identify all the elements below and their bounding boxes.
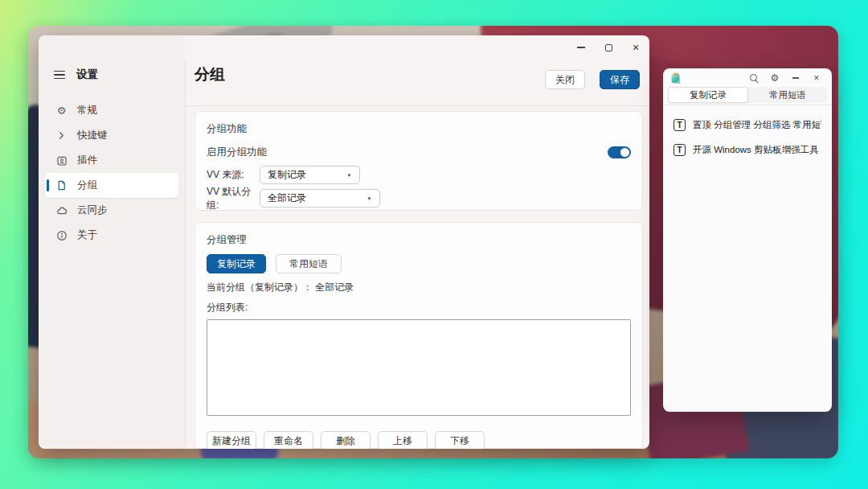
save-button[interactable]: 保存	[600, 70, 640, 89]
enable-groups-toggle[interactable]	[608, 146, 631, 158]
app-logo-icon	[672, 74, 680, 84]
sidebar-item-general[interactable]: ⚙ 常规	[45, 98, 178, 123]
tab-copy-records[interactable]: 复制记录	[207, 254, 266, 273]
rename-button[interactable]: 重命名	[264, 431, 313, 449]
plugin-icon	[55, 154, 68, 166]
gear-icon: ⚙	[55, 105, 68, 117]
group-type-tabs: 复制记录 常用短语	[207, 254, 631, 273]
minimize-icon	[792, 77, 799, 78]
delete-button[interactable]: 删除	[321, 431, 371, 449]
settings-window: × 设置 ⚙ 常规 快捷键 插件	[39, 35, 649, 449]
new-group-button[interactable]: 新建分组	[207, 431, 256, 449]
page-title: 分组	[194, 64, 225, 85]
cloud-icon	[55, 204, 68, 216]
window-controls: ×	[567, 35, 649, 60]
hamburger-menu-icon[interactable]	[54, 71, 65, 80]
card-title: 分组管理	[207, 233, 631, 247]
default-group-select-value: 全部记录	[268, 191, 306, 205]
file-icon	[55, 179, 68, 191]
close-button[interactable]: ×	[806, 68, 827, 88]
info-icon	[55, 229, 68, 241]
close-page-button[interactable]: 关闭	[545, 70, 585, 89]
move-down-button[interactable]: 下移	[435, 431, 485, 449]
source-label: VV 来源:	[207, 168, 260, 182]
sidebar-item-label: 云同步	[77, 203, 108, 217]
chevron-down-icon: ▼	[366, 196, 372, 201]
tab-common-phrases[interactable]: 常用短语	[276, 254, 342, 273]
sidebar-item-label: 分组	[77, 179, 97, 192]
group-list-box[interactable]	[207, 319, 631, 416]
sidebar-item-cloud-sync[interactable]: 云同步	[45, 198, 178, 223]
maximize-button[interactable]	[595, 35, 622, 60]
sidebar-nav: ⚙ 常规 快捷键 插件 分组	[45, 98, 178, 248]
chevron-down-icon: ▼	[346, 173, 352, 178]
source-select-value: 复制记录	[268, 168, 306, 182]
card-title: 分组功能	[207, 122, 631, 136]
list-item[interactable]: T 置顶 分组管理 分组筛选 常用短语独...	[669, 113, 825, 136]
sidebar-item-hotkeys[interactable]: 快捷键	[45, 123, 178, 148]
list-item[interactable]: T 开源 Windows 剪贴板增强工具「ZSCl...	[669, 138, 825, 161]
sidebar-item-label: 插件	[77, 154, 97, 167]
clipboard-item-text: 置顶 分组管理 分组筛选 常用短语独...	[693, 119, 821, 131]
close-button[interactable]: ×	[622, 35, 649, 60]
sidebar-item-label: 关于	[77, 228, 97, 242]
minimize-button[interactable]	[785, 68, 806, 88]
move-up-button[interactable]: 上移	[378, 431, 428, 449]
enable-groups-label: 启用分组功能	[207, 146, 267, 159]
minimize-icon	[577, 47, 585, 47]
popup-titlebar-icons: ⚙ ×	[743, 68, 827, 88]
settings-content: 分组 关闭 保存 分组功能 启用分组功能 VV 来源: 复制记录 ▼ VV 默认…	[186, 60, 649, 449]
toggle-knob	[620, 148, 629, 157]
header-buttons: 关闭 保存	[545, 70, 640, 89]
search-button[interactable]	[743, 68, 764, 88]
gear-icon: ⚙	[771, 73, 780, 83]
group-management-card: 分组管理 复制记录 常用短语 当前分组（复制记录）： 全部记录 分组列表: 新建…	[194, 222, 643, 449]
tab-copy-records[interactable]: 复制记录	[668, 87, 748, 103]
source-select[interactable]: 复制记录 ▼	[260, 166, 360, 184]
current-group-text: 当前分组（复制记录）： 全部记录	[207, 281, 631, 294]
sidebar-item-label: 常规	[77, 104, 97, 117]
sidebar-title: 设置	[76, 68, 98, 82]
sidebar-item-label: 快捷键	[77, 129, 108, 142]
clipboard-item-text: 开源 Windows 剪贴板增强工具「ZSCl...	[693, 144, 821, 156]
group-function-card: 分组功能 启用分组功能 VV 来源: 复制记录 ▼ VV 默认分组: 全部记录 …	[194, 111, 643, 211]
text-type-icon: T	[674, 119, 686, 131]
search-icon	[750, 74, 759, 83]
popup-tabs: 复制记录 常用短语	[668, 87, 827, 103]
close-icon: ×	[633, 42, 639, 53]
group-list-label: 分组列表:	[207, 301, 631, 314]
default-group-label: VV 默认分组:	[207, 185, 260, 212]
minimize-button[interactable]	[567, 35, 595, 60]
sidebar: 设置 ⚙ 常规 快捷键 插件	[39, 35, 185, 449]
clipboard-popup-window: ⚙ × 复制记录 常用短语 T 置顶 分组管理 分组筛选 常用短语独... T …	[663, 68, 832, 412]
clipboard-item-list: T 置顶 分组管理 分组筛选 常用短语独... T 开源 Windows 剪贴板…	[669, 105, 825, 161]
sidebar-item-plugins[interactable]: 插件	[45, 148, 178, 173]
maximize-icon	[605, 44, 612, 51]
header-divider	[186, 105, 649, 106]
default-group-select[interactable]: 全部记录 ▼	[260, 189, 380, 208]
sidebar-header: 设置	[54, 68, 98, 82]
chevron-right-icon	[55, 129, 68, 142]
tab-common-phrases[interactable]: 常用短语	[748, 87, 827, 103]
group-action-buttons: 新建分组 重命名 删除 上移 下移	[207, 431, 631, 449]
close-icon: ×	[813, 73, 819, 84]
sidebar-item-about[interactable]: 关于	[45, 223, 178, 248]
settings-button[interactable]: ⚙	[764, 68, 785, 88]
sidebar-item-groups[interactable]: 分组	[45, 173, 178, 198]
text-type-icon: T	[674, 144, 686, 156]
